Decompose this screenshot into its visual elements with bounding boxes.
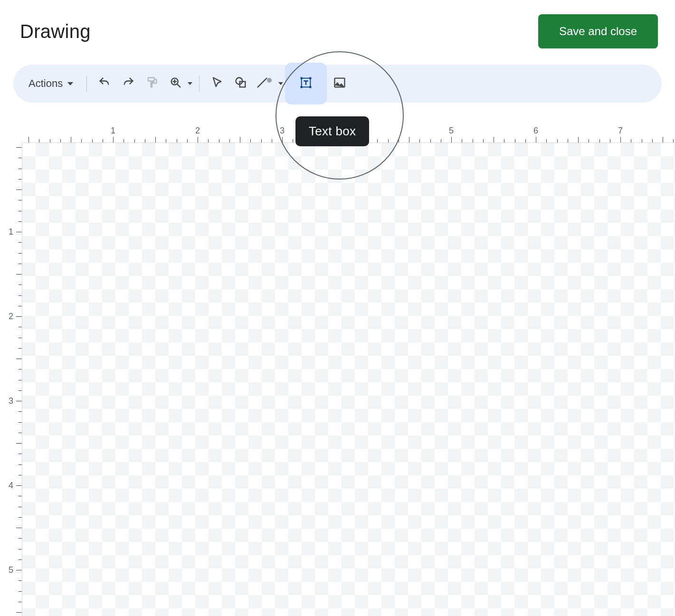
ruler-number: 2 (195, 126, 200, 136)
zoom-button-inner (165, 73, 187, 95)
ruler-tick (282, 137, 283, 142)
ruler-tick (525, 139, 526, 142)
ruler-tick (60, 139, 61, 142)
select-tool-button[interactable] (206, 73, 228, 95)
textbox-icon (299, 76, 313, 91)
line-endpoint-icon (267, 78, 272, 83)
ruler-number: 3 (9, 396, 13, 406)
ruler-tick (145, 139, 145, 142)
ruler-tick (19, 253, 22, 254)
ruler-tick (124, 139, 124, 142)
ruler-tick (19, 158, 22, 158)
ruler-tick (19, 602, 22, 602)
undo-icon (98, 76, 111, 91)
ruler-tick (187, 139, 188, 142)
ruler-tick (113, 137, 114, 142)
image-tool-button[interactable] (329, 73, 351, 95)
actions-menu-label: Actions (29, 77, 63, 90)
svg-rect-4 (301, 77, 303, 79)
ruler-number: 2 (9, 312, 13, 322)
caret-down-icon (67, 82, 73, 85)
ruler-tick (19, 454, 22, 454)
ruler-tick (19, 538, 22, 539)
ruler-tick (155, 137, 156, 142)
ruler-tick (19, 284, 22, 285)
drawing-toolbar: Actions (13, 65, 662, 103)
ruler-number: 1 (111, 126, 115, 136)
ruler-tick (419, 139, 420, 142)
ruler-tick (19, 549, 22, 550)
image-icon (333, 76, 346, 91)
redo-button[interactable] (117, 73, 139, 95)
ruler-tick (19, 411, 22, 412)
line-button-inner (254, 73, 274, 95)
ruler-tick (16, 570, 22, 570)
ruler-tick (19, 169, 22, 169)
ruler-tick (652, 139, 653, 142)
ruler-tick (19, 327, 22, 327)
ruler-tick (16, 274, 22, 275)
ruler-tick (19, 591, 22, 592)
zoom-menu-button[interactable] (165, 73, 192, 95)
ruler-tick (483, 139, 484, 142)
ruler-tick (568, 139, 568, 142)
ruler-tick (409, 137, 409, 142)
vertical-ruler: 12345 (0, 142, 22, 616)
caret-down-icon (188, 82, 192, 85)
ruler-tick (71, 137, 71, 142)
ruler-tick (19, 338, 22, 338)
ruler-tick (620, 137, 621, 142)
ruler-tick (39, 139, 39, 142)
save-and-close-button[interactable]: Save and close (538, 14, 658, 48)
undo-button[interactable] (94, 73, 115, 95)
ruler-tick (462, 139, 462, 142)
ruler-tick (16, 401, 22, 401)
ruler-tick (19, 422, 22, 423)
ruler-tick (631, 139, 631, 142)
ruler-tick (663, 137, 663, 142)
ruler-tick (250, 139, 251, 142)
ruler-tick (19, 242, 22, 243)
ruler-tick (494, 137, 494, 142)
paint-format-button[interactable] (141, 73, 163, 95)
ruler-tick (19, 306, 22, 306)
ruler-tick (229, 139, 230, 142)
ruler-tick (16, 443, 22, 444)
textbox-tool-button[interactable] (285, 63, 327, 104)
paint-format-icon (145, 76, 159, 91)
ruler-tick (19, 433, 22, 433)
ruler-tick (19, 295, 22, 296)
svg-rect-5 (309, 77, 311, 79)
svg-rect-7 (309, 86, 311, 88)
ruler-tick (473, 139, 473, 142)
ruler-tick (92, 139, 93, 142)
ruler-tick (557, 139, 558, 142)
ruler-tick (219, 139, 219, 142)
ruler-tick (240, 137, 240, 142)
ruler-tick (19, 369, 22, 370)
ruler-number: 6 (533, 126, 538, 136)
ruler-tick (19, 580, 22, 581)
ruler-tick (272, 139, 272, 142)
ruler-tick (50, 139, 50, 142)
ruler-tick (388, 139, 389, 142)
dialog-title: Drawing (20, 21, 91, 42)
dialog-header: Drawing Save and close (0, 0, 675, 61)
drawing-workspace: 1234567 12345 (0, 121, 675, 616)
ruler-tick (19, 559, 22, 560)
shape-tool-button[interactable] (230, 73, 252, 95)
drawing-canvas[interactable] (22, 142, 675, 616)
ruler-tick (134, 139, 135, 142)
actions-menu-button[interactable]: Actions (24, 73, 80, 95)
ruler-tick (504, 139, 504, 142)
select-cursor-icon (210, 76, 224, 91)
ruler-tick (19, 464, 22, 465)
ruler-tick (19, 348, 22, 349)
ruler-number: 1 (9, 227, 13, 237)
ruler-tick (19, 179, 22, 180)
shape-icon (234, 76, 247, 91)
ruler-tick (599, 139, 600, 142)
ruler-tick (208, 139, 209, 142)
ruler-tick (16, 147, 22, 148)
line-tool-button[interactable] (254, 73, 283, 95)
